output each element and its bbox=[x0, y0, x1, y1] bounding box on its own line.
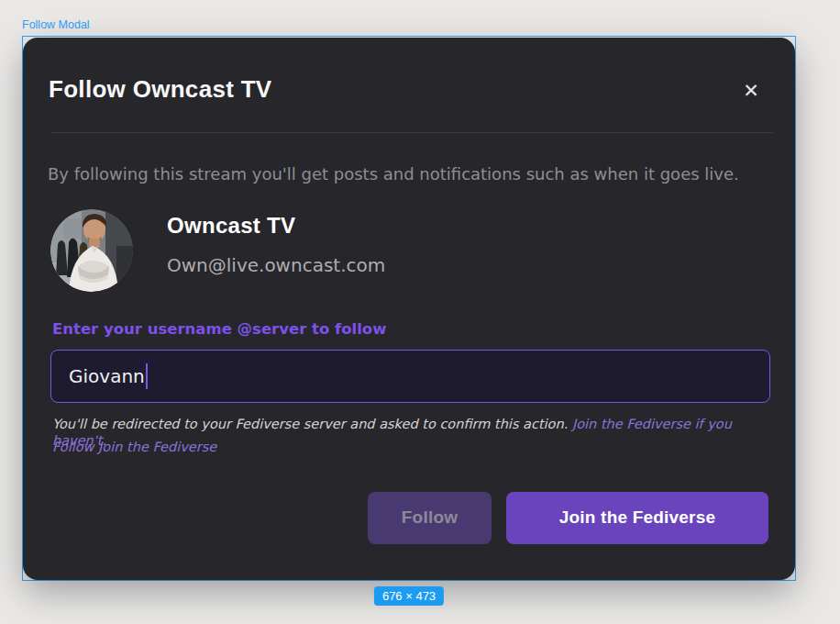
follow-button[interactable]: Follow bbox=[368, 492, 492, 544]
divider bbox=[51, 132, 773, 133]
username-input-value: Giovann bbox=[69, 365, 145, 387]
follow-join-fediverse-link[interactable]: Follow Join the Fediverse bbox=[52, 440, 216, 454]
follow-modal: Follow Owncast TV ✕ By following this st… bbox=[23, 38, 795, 580]
join-fediverse-button[interactable]: Join the Fediverse bbox=[506, 492, 768, 544]
username-input[interactable]: Giovann bbox=[50, 350, 770, 403]
account-info: Owncast TV Own@live.owncast.com bbox=[167, 209, 385, 276]
text-caret bbox=[146, 363, 148, 389]
account-row: Owncast TV Own@live.owncast.com bbox=[50, 209, 385, 292]
profile-photo-icon bbox=[50, 209, 133, 292]
modal-title: Follow Owncast TV bbox=[49, 75, 271, 104]
account-name: Owncast TV bbox=[167, 213, 385, 239]
helper-prefix: You'll be redirected to your Fediverse s… bbox=[52, 417, 572, 431]
avatar bbox=[50, 209, 133, 292]
frame-size-badge: 676 × 473 bbox=[374, 586, 444, 606]
account-address: Own@live.owncast.com bbox=[167, 254, 385, 276]
button-row: Follow Join the Fediverse bbox=[368, 492, 768, 544]
figma-canvas: Follow Modal Follow Owncast TV ✕ By foll… bbox=[0, 0, 840, 624]
modal-description: By following this stream you'll get post… bbox=[48, 164, 772, 184]
close-icon[interactable]: ✕ bbox=[736, 76, 766, 106]
frame-label[interactable]: Follow Modal bbox=[22, 18, 90, 31]
username-input-label: Enter your username @server to follow bbox=[52, 320, 386, 338]
